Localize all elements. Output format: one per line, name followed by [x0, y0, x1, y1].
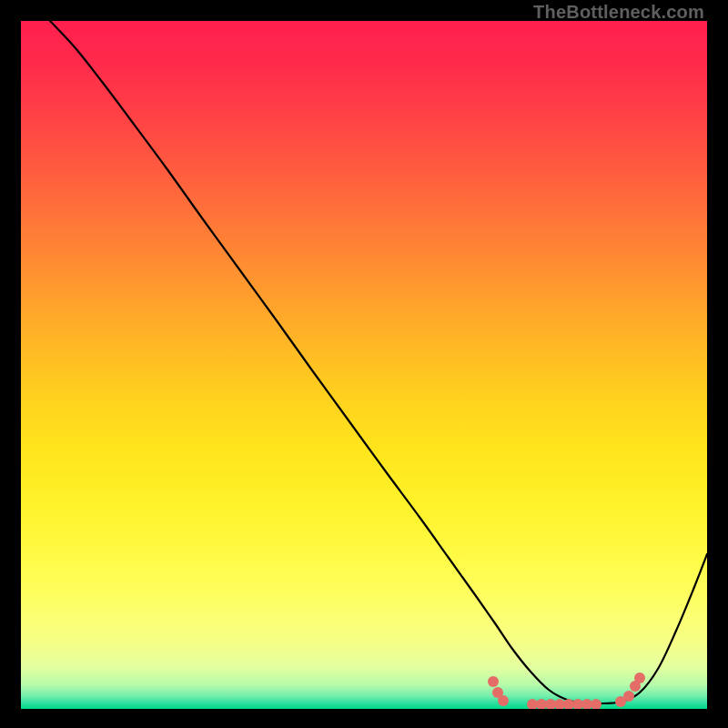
- chart-frame: TheBottleneck.com: [0, 0, 728, 728]
- watermark-text: TheBottleneck.com: [533, 2, 704, 23]
- chart-svg: [21, 21, 707, 709]
- valley-marker-dot: [623, 691, 634, 702]
- gradient-background: [21, 21, 707, 709]
- valley-marker-dot: [498, 695, 509, 706]
- valley-marker-dot: [488, 676, 499, 687]
- valley-marker-dot: [634, 672, 645, 683]
- plot-area: [21, 21, 707, 709]
